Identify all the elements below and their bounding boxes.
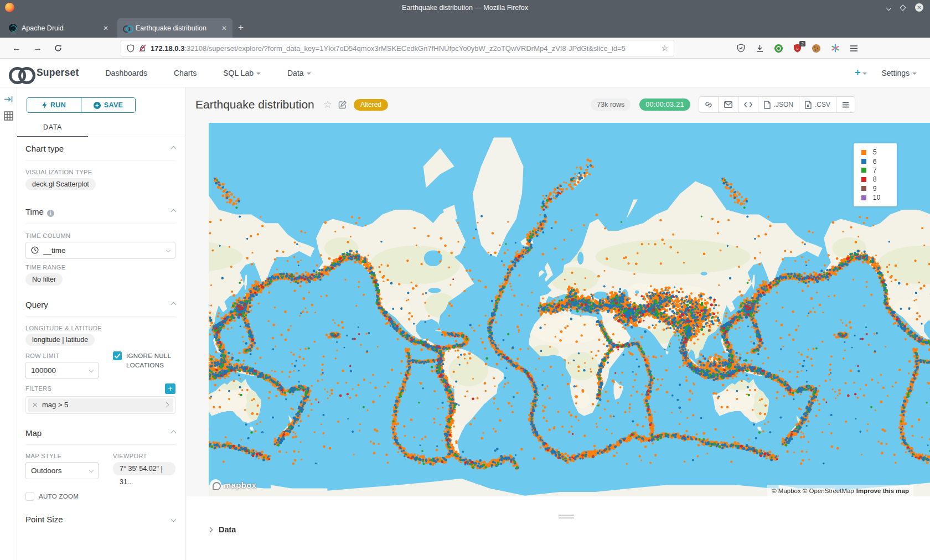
export-json-button[interactable]: .JSON xyxy=(758,97,799,112)
nav-charts[interactable]: Charts xyxy=(174,69,197,77)
query-duration-badge: 00:00:03.21 xyxy=(639,98,690,111)
multicolor-asterisk-icon[interactable] xyxy=(830,44,840,53)
reload-button[interactable] xyxy=(54,44,62,52)
new-item-button[interactable]: + xyxy=(855,67,867,79)
legend-value: 10 xyxy=(873,194,880,201)
window-minimize-button[interactable] xyxy=(887,4,891,12)
extension-green-icon[interactable] xyxy=(774,44,783,53)
legend-item[interactable]: 9 xyxy=(861,184,892,193)
email-button[interactable] xyxy=(718,97,738,112)
altered-badge[interactable]: Altered xyxy=(354,99,388,111)
window-title: Earthquake distribution — Mozilla Firefo… xyxy=(0,4,930,12)
map-legend: 5678910 xyxy=(854,143,897,206)
menu-hamburger-icon[interactable] xyxy=(849,44,859,53)
ignore-null-checkbox[interactable] xyxy=(113,351,122,360)
add-filter-button[interactable]: + xyxy=(165,383,175,394)
new-tab-button[interactable]: + xyxy=(238,23,244,32)
embed-code-button[interactable] xyxy=(738,97,758,112)
improve-map-link[interactable]: Improve this map xyxy=(856,488,909,494)
tab-close-icon[interactable]: ✕ xyxy=(103,24,108,32)
time-column-select[interactable]: __time xyxy=(25,242,175,259)
chart-header: Earthquake distribution ☆ Altered 73k ro… xyxy=(195,94,921,115)
legend-item[interactable]: 8 xyxy=(861,175,892,184)
legend-item[interactable]: 10 xyxy=(861,193,892,202)
tracking-shield-icon[interactable] xyxy=(127,44,135,53)
window-maximize-button[interactable] xyxy=(901,4,905,12)
dataset-grid-icon[interactable] xyxy=(4,111,13,121)
lon-lat-value[interactable]: longitude | latitude xyxy=(25,334,95,346)
tab-close-icon[interactable]: ✕ xyxy=(221,24,227,32)
protections-shield-icon[interactable] xyxy=(736,44,746,53)
legend-swatch-icon xyxy=(861,177,866,182)
viz-type-value[interactable]: deck.gl Scatterplot xyxy=(25,178,96,190)
legend-value: 8 xyxy=(873,175,877,183)
lon-lat-label: LONGITUDE & LATITUDE xyxy=(25,325,175,331)
row-limit-select[interactable]: 100000 xyxy=(25,362,99,379)
map-style-select[interactable]: Outdoors xyxy=(25,462,99,479)
browser-toolbar: ← → 172.18.0.3:32108/superset/explore/?f… xyxy=(0,38,930,59)
chart-menu-button[interactable] xyxy=(836,97,855,112)
deckgl-scatter-map[interactable]: 5678910 mapbox © Mapbox © OpenStreetMap … xyxy=(209,123,930,496)
section-chart-type[interactable]: Chart type xyxy=(25,144,175,160)
forward-button[interactable]: → xyxy=(33,43,42,53)
attribution-text[interactable]: © Mapbox © OpenStreetMap xyxy=(772,488,854,494)
url-text: 172.18.0.3:32108/superset/explore/?form_… xyxy=(151,44,626,53)
url-bar[interactable]: 172.18.0.3:32108/superset/explore/?form_… xyxy=(121,40,674,56)
section-time[interactable]: Timei xyxy=(25,207,175,224)
legend-item[interactable]: 7 xyxy=(861,166,892,175)
tab-earthquake-distribution[interactable]: Earthquake distribution ✕ xyxy=(117,18,232,38)
tab-apache-druid[interactable]: Apache Druid ✕ xyxy=(3,18,114,38)
row-limit-label: ROW LIMIT xyxy=(25,352,113,359)
downloads-icon[interactable] xyxy=(755,44,764,53)
superset-favicon-icon xyxy=(123,25,131,31)
edit-title-icon[interactable] xyxy=(338,100,347,109)
time-range-value[interactable]: No filter xyxy=(25,273,63,286)
save-button[interactable]: + SAVE xyxy=(81,98,135,112)
map-style-label: MAP STYLE xyxy=(25,453,113,459)
filter-control[interactable]: ✕ mag > 5 xyxy=(25,396,175,414)
auto-zoom-checkbox[interactable] xyxy=(25,492,34,501)
superset-brand[interactable]: Superset xyxy=(37,67,79,79)
panel-resize-handle[interactable] xyxy=(559,513,574,518)
results-panel: Data xyxy=(187,496,930,560)
chevron-down-icon xyxy=(89,368,94,372)
legend-item[interactable]: 5 xyxy=(861,148,892,157)
cookie-extension-icon[interactable] xyxy=(812,44,821,53)
data-collapse-header[interactable]: Data xyxy=(208,525,236,534)
chart-title[interactable]: Earthquake distribution xyxy=(195,98,314,111)
settings-menu[interactable]: Settings xyxy=(881,69,917,77)
tab-data[interactable]: DATA xyxy=(17,123,88,137)
map-canvas[interactable] xyxy=(209,123,930,496)
collapse-panel-icon[interactable] xyxy=(4,95,13,103)
mapbox-logo[interactable]: mapbox xyxy=(210,479,256,491)
favorite-star-icon[interactable]: ☆ xyxy=(323,98,332,111)
lock-insecure-icon[interactable] xyxy=(139,44,146,52)
superset-logo-icon[interactable] xyxy=(9,66,33,80)
section-query[interactable]: Query xyxy=(25,300,175,317)
expand-filter-icon[interactable] xyxy=(159,403,173,407)
ublock-shield-icon[interactable]: u 2 xyxy=(793,44,802,53)
caret-down-icon xyxy=(862,72,867,75)
nav-dashboards[interactable]: Dashboards xyxy=(106,69,148,77)
nav-data[interactable]: Data xyxy=(287,69,311,77)
back-button[interactable]: ← xyxy=(12,43,21,53)
export-csv-button[interactable]: .CSV xyxy=(799,97,836,112)
legend-item[interactable]: 6 xyxy=(861,157,892,165)
viewport-label: VIEWPORT xyxy=(113,453,175,459)
section-point-size[interactable]: Point Size xyxy=(25,515,175,531)
viewport-value[interactable]: 7° 35' 54.02" | 31... xyxy=(113,462,175,475)
share-link-button[interactable] xyxy=(699,97,718,112)
run-button[interactable]: RUN xyxy=(27,98,81,112)
bookmark-star-icon[interactable]: ☆ xyxy=(661,44,668,53)
viz-type-label: VISUALIZATION TYPE xyxy=(25,169,175,175)
window-titlebar: Earthquake distribution — Mozilla Firefo… xyxy=(0,0,930,15)
legend-swatch-icon xyxy=(861,159,866,164)
legend-swatch-icon xyxy=(861,168,866,173)
legend-swatch-icon xyxy=(861,150,866,155)
section-map[interactable]: Map xyxy=(25,428,175,445)
lightning-icon xyxy=(42,101,47,109)
nav-sql-lab[interactable]: SQL Lab xyxy=(223,69,261,77)
filter-value[interactable]: mag > 5 xyxy=(42,401,159,409)
window-close-button[interactable]: ✕ xyxy=(915,3,923,12)
remove-filter-icon[interactable]: ✕ xyxy=(28,401,42,409)
